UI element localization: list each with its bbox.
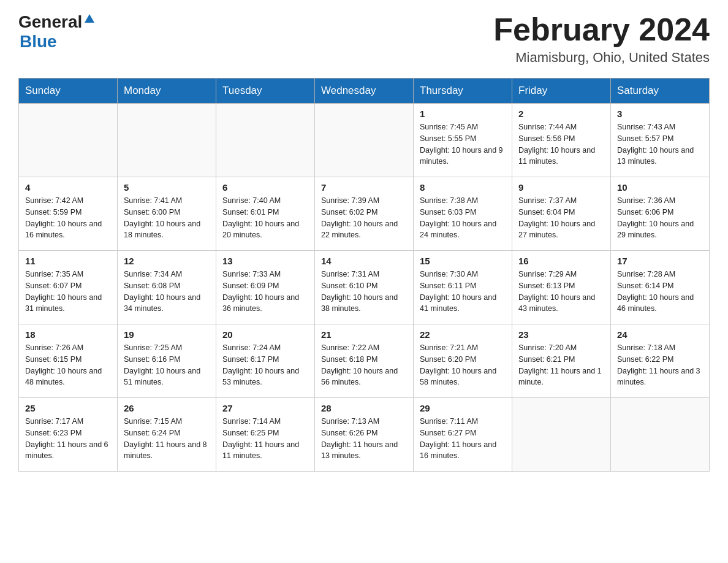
- day-info: Sunrise: 7:28 AMSunset: 6:14 PMDaylight:…: [617, 270, 694, 313]
- day-number: 12: [124, 256, 210, 266]
- day-info: Sunrise: 7:42 AMSunset: 5:59 PMDaylight:…: [25, 196, 102, 239]
- logo-general-text: General: [18, 12, 82, 32]
- calendar-cell: [19, 104, 118, 177]
- day-info: Sunrise: 7:40 AMSunset: 6:01 PMDaylight:…: [222, 196, 299, 239]
- calendar-cell: 9Sunrise: 7:37 AMSunset: 6:04 PMDaylight…: [512, 177, 611, 251]
- svg-marker-0: [85, 14, 94, 23]
- day-info: Sunrise: 7:26 AMSunset: 6:15 PMDaylight:…: [25, 343, 102, 386]
- day-number: 29: [420, 403, 506, 413]
- day-info: Sunrise: 7:17 AMSunset: 6:23 PMDaylight:…: [25, 417, 108, 460]
- calendar-week-5: 25Sunrise: 7:17 AMSunset: 6:23 PMDayligh…: [19, 398, 710, 472]
- day-number: 3: [617, 109, 703, 119]
- calendar-table: SundayMondayTuesdayWednesdayThursdayFrid…: [18, 78, 710, 472]
- day-number: 23: [518, 329, 604, 340]
- day-info: Sunrise: 7:11 AMSunset: 6:27 PMDaylight:…: [420, 417, 496, 460]
- calendar-cell: 5Sunrise: 7:41 AMSunset: 6:00 PMDaylight…: [118, 177, 216, 251]
- day-info: Sunrise: 7:31 AMSunset: 6:10 PMDaylight:…: [321, 270, 398, 313]
- day-number: 2: [518, 109, 604, 119]
- day-info: Sunrise: 7:30 AMSunset: 6:11 PMDaylight:…: [420, 270, 496, 313]
- day-info: Sunrise: 7:20 AMSunset: 6:21 PMDaylight:…: [518, 343, 602, 386]
- day-number: 10: [617, 182, 703, 193]
- day-number: 7: [321, 182, 407, 193]
- calendar-week-3: 11Sunrise: 7:35 AMSunset: 6:07 PMDayligh…: [19, 251, 710, 324]
- calendar-cell: 12Sunrise: 7:34 AMSunset: 6:08 PMDayligh…: [118, 251, 216, 324]
- day-number: 4: [25, 182, 111, 193]
- calendar-cell: 11Sunrise: 7:35 AMSunset: 6:07 PMDayligh…: [19, 251, 118, 324]
- logo-blue-text: Blue: [20, 32, 57, 51]
- day-number: 22: [420, 329, 506, 340]
- location: Miamisburg, Ohio, United States: [493, 50, 710, 66]
- day-info: Sunrise: 7:45 AMSunset: 5:55 PMDaylight:…: [420, 123, 503, 166]
- day-info: Sunrise: 7:43 AMSunset: 5:57 PMDaylight:…: [617, 123, 694, 166]
- weekday-header-monday: Monday: [118, 79, 216, 104]
- calendar-cell: 19Sunrise: 7:25 AMSunset: 6:16 PMDayligh…: [118, 324, 216, 398]
- calendar-cell: 25Sunrise: 7:17 AMSunset: 6:23 PMDayligh…: [19, 398, 118, 472]
- calendar-cell: 2Sunrise: 7:44 AMSunset: 5:56 PMDaylight…: [512, 104, 611, 177]
- day-number: 6: [222, 182, 308, 193]
- weekday-header-thursday: Thursday: [414, 79, 512, 104]
- calendar-body: 1Sunrise: 7:45 AMSunset: 5:55 PMDaylight…: [19, 104, 710, 472]
- calendar-cell: 3Sunrise: 7:43 AMSunset: 5:57 PMDaylight…: [611, 104, 710, 177]
- calendar-week-2: 4Sunrise: 7:42 AMSunset: 5:59 PMDaylight…: [19, 177, 710, 251]
- day-info: Sunrise: 7:34 AMSunset: 6:08 PMDaylight:…: [124, 270, 200, 313]
- day-info: Sunrise: 7:25 AMSunset: 6:16 PMDaylight:…: [124, 343, 200, 386]
- day-number: 15: [420, 256, 506, 266]
- day-number: 8: [420, 182, 506, 193]
- calendar-cell: 24Sunrise: 7:18 AMSunset: 6:22 PMDayligh…: [611, 324, 710, 398]
- day-info: Sunrise: 7:14 AMSunset: 6:25 PMDaylight:…: [222, 417, 299, 460]
- day-number: 26: [124, 403, 210, 413]
- calendar-cell: [611, 398, 710, 472]
- calendar-cell: [216, 104, 315, 177]
- calendar-cell: 21Sunrise: 7:22 AMSunset: 6:18 PMDayligh…: [315, 324, 414, 398]
- day-number: 18: [25, 329, 111, 340]
- day-number: 16: [518, 256, 604, 266]
- calendar-cell: 27Sunrise: 7:14 AMSunset: 6:25 PMDayligh…: [216, 398, 315, 472]
- day-number: 9: [518, 182, 604, 193]
- day-info: Sunrise: 7:22 AMSunset: 6:18 PMDaylight:…: [321, 343, 398, 386]
- calendar-cell: 10Sunrise: 7:36 AMSunset: 6:06 PMDayligh…: [611, 177, 710, 251]
- calendar-cell: 1Sunrise: 7:45 AMSunset: 5:55 PMDaylight…: [414, 104, 512, 177]
- day-info: Sunrise: 7:24 AMSunset: 6:17 PMDaylight:…: [222, 343, 299, 386]
- calendar-cell: 29Sunrise: 7:11 AMSunset: 6:27 PMDayligh…: [414, 398, 512, 472]
- day-info: Sunrise: 7:44 AMSunset: 5:56 PMDaylight:…: [518, 123, 595, 166]
- month-title: February 2024: [493, 12, 710, 47]
- calendar-cell: 28Sunrise: 7:13 AMSunset: 6:26 PMDayligh…: [315, 398, 414, 472]
- day-number: 24: [617, 329, 703, 340]
- day-number: 20: [222, 329, 308, 340]
- calendar-cell: 14Sunrise: 7:31 AMSunset: 6:10 PMDayligh…: [315, 251, 414, 324]
- day-info: Sunrise: 7:35 AMSunset: 6:07 PMDaylight:…: [25, 270, 102, 313]
- calendar-cell: 15Sunrise: 7:30 AMSunset: 6:11 PMDayligh…: [414, 251, 512, 324]
- day-info: Sunrise: 7:38 AMSunset: 6:03 PMDaylight:…: [420, 196, 496, 239]
- day-number: 5: [124, 182, 210, 193]
- calendar-header: SundayMondayTuesdayWednesdayThursdayFrid…: [19, 79, 710, 104]
- day-info: Sunrise: 7:21 AMSunset: 6:20 PMDaylight:…: [420, 343, 496, 386]
- weekday-header-row: SundayMondayTuesdayWednesdayThursdayFrid…: [19, 79, 710, 104]
- day-info: Sunrise: 7:37 AMSunset: 6:04 PMDaylight:…: [518, 196, 595, 239]
- calendar-cell: [512, 398, 611, 472]
- day-number: 27: [222, 403, 308, 413]
- weekday-header-saturday: Saturday: [611, 79, 710, 104]
- calendar-cell: 13Sunrise: 7:33 AMSunset: 6:09 PMDayligh…: [216, 251, 315, 324]
- calendar-cell: 6Sunrise: 7:40 AMSunset: 6:01 PMDaylight…: [216, 177, 315, 251]
- day-info: Sunrise: 7:13 AMSunset: 6:26 PMDaylight:…: [321, 417, 398, 460]
- calendar-cell: 16Sunrise: 7:29 AMSunset: 6:13 PMDayligh…: [512, 251, 611, 324]
- title-area: February 2024 Miamisburg, Ohio, United S…: [493, 12, 710, 66]
- page-header: General Blue February 2024 Miamisburg, O…: [18, 12, 710, 66]
- logo-triangle-icon: [84, 13, 95, 26]
- day-number: 13: [222, 256, 308, 266]
- calendar-cell: 18Sunrise: 7:26 AMSunset: 6:15 PMDayligh…: [19, 324, 118, 398]
- logo-area: General Blue: [18, 12, 95, 52]
- weekday-header-wednesday: Wednesday: [315, 79, 414, 104]
- calendar-week-4: 18Sunrise: 7:26 AMSunset: 6:15 PMDayligh…: [19, 324, 710, 398]
- day-info: Sunrise: 7:39 AMSunset: 6:02 PMDaylight:…: [321, 196, 398, 239]
- day-info: Sunrise: 7:33 AMSunset: 6:09 PMDaylight:…: [222, 270, 299, 313]
- day-info: Sunrise: 7:15 AMSunset: 6:24 PMDaylight:…: [124, 417, 207, 460]
- day-info: Sunrise: 7:41 AMSunset: 6:00 PMDaylight:…: [124, 196, 200, 239]
- calendar-cell: 26Sunrise: 7:15 AMSunset: 6:24 PMDayligh…: [118, 398, 216, 472]
- weekday-header-sunday: Sunday: [19, 79, 118, 104]
- day-info: Sunrise: 7:18 AMSunset: 6:22 PMDaylight:…: [617, 343, 700, 386]
- calendar-cell: 20Sunrise: 7:24 AMSunset: 6:17 PMDayligh…: [216, 324, 315, 398]
- day-info: Sunrise: 7:36 AMSunset: 6:06 PMDaylight:…: [617, 196, 694, 239]
- weekday-header-tuesday: Tuesday: [216, 79, 315, 104]
- day-number: 25: [25, 403, 111, 413]
